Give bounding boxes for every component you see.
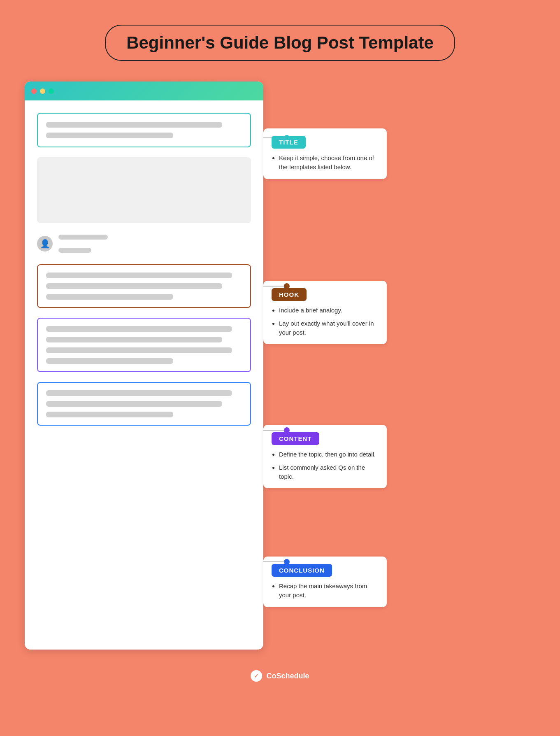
hook-item-2: Lay out exactly what you'll cover in you… [279, 319, 379, 337]
content-annotation-group: CONTENT Define the topic, then go into d… [263, 427, 387, 488]
hook-item-1: Include a brief analogy. [279, 306, 379, 315]
author-name-line [58, 235, 108, 240]
conclusion-line-1 [46, 390, 232, 396]
hook-line-2 [46, 283, 222, 289]
content-line-4 [46, 358, 173, 364]
image-placeholder [37, 157, 251, 223]
content-item-2: List commonly asked Qs on the topic. [279, 463, 379, 481]
main-content: 👤 [25, 82, 535, 650]
page-title: Beginner's Guide Blog Post Template [126, 33, 434, 53]
hook-line-3 [46, 294, 173, 300]
conclusion-card: CONCLUSION Recap the main takeaways from… [263, 557, 387, 607]
title-line-2 [46, 133, 173, 138]
footer-brand-name: CoSchedule [266, 672, 309, 680]
hook-card: HOOK Include a brief analogy. Lay out ex… [263, 281, 387, 344]
title-line-1 [46, 122, 222, 128]
title-annotation-group: TITLE Keep it simple, choose from one of… [263, 135, 387, 179]
content-line-3 [46, 347, 232, 353]
page-title-container: Beginner's Guide Blog Post Template [105, 25, 455, 61]
content-line-1 [46, 326, 232, 332]
hook-line-1 [46, 273, 232, 278]
conclusion-badge: CONCLUSION [272, 564, 332, 577]
author-date-line [58, 248, 91, 253]
content-line-2 [46, 337, 222, 342]
hook-section [37, 264, 251, 308]
conclusion-line-3 [46, 412, 173, 417]
conclusion-section [37, 382, 251, 426]
title-section [37, 113, 251, 147]
author-lines [58, 235, 108, 253]
browser-header [25, 82, 263, 100]
hook-annotation-group: HOOK Include a brief analogy. Lay out ex… [263, 283, 387, 344]
content-item-1: Define the topic, then go into detail. [279, 450, 379, 459]
footer: ✓ CoSchedule [251, 670, 309, 682]
content-badge: CONTENT [272, 432, 319, 445]
content-list: Define the topic, then go into detail. L… [272, 450, 379, 481]
content-connector-line [263, 430, 284, 431]
content-card: CONTENT Define the topic, then go into d… [263, 425, 387, 488]
hook-list: Include a brief analogy. Lay out exactly… [272, 306, 379, 337]
browser-dot-yellow [40, 89, 45, 94]
conclusion-connector-line [263, 561, 284, 562]
author-row: 👤 [37, 233, 251, 254]
browser-mockup: 👤 [25, 82, 263, 650]
hook-badge: HOOK [272, 288, 307, 301]
conclusion-annotation-group: CONCLUSION Recap the main takeaways from… [263, 559, 387, 607]
conclusion-item-1: Recap the main takeaways from your post. [279, 582, 379, 600]
content-section [37, 318, 251, 372]
avatar: 👤 [37, 236, 53, 252]
title-list: Keep it simple, choose from one of the t… [272, 154, 379, 172]
browser-dot-green [49, 89, 54, 94]
title-card: TITLE Keep it simple, choose from one of… [263, 128, 387, 179]
hook-connector-line [263, 286, 284, 286]
conclusion-line-2 [46, 401, 222, 407]
footer-logo-symbol: ✓ [254, 673, 259, 679]
browser-dot-red [31, 89, 37, 94]
browser-content: 👤 [25, 100, 263, 442]
conclusion-list: Recap the main takeaways from your post. [272, 582, 379, 600]
footer-logo: ✓ [251, 670, 262, 682]
browser-column: 👤 [25, 82, 263, 650]
annotations-wrapper: TITLE Keep it simple, choose from one of… [263, 82, 535, 650]
avatar-icon: 👤 [40, 239, 50, 249]
title-item-1: Keep it simple, choose from one of the t… [279, 154, 379, 172]
title-badge: TITLE [272, 136, 306, 149]
